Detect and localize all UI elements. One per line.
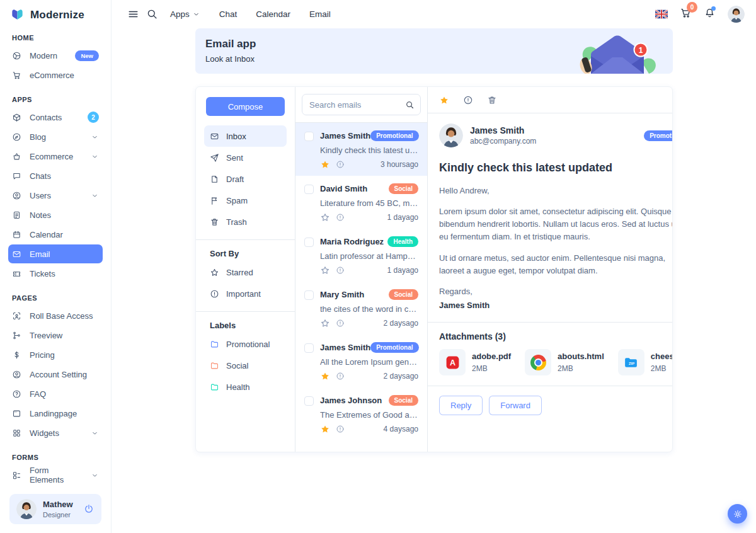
section-forms: FORMS — [0, 454, 111, 461]
label-health[interactable]: Health — [204, 376, 287, 398]
important-icon[interactable] — [336, 266, 345, 275]
label-promotional[interactable]: Promotional — [204, 333, 287, 355]
label-badge: Promotional — [370, 130, 418, 141]
sidebar-item-calendar[interactable]: Calendar — [8, 225, 103, 244]
cart-button[interactable]: 0 — [680, 7, 692, 21]
email-list-item[interactable]: David Smith Social Literature from 45 BC… — [295, 176, 427, 229]
folder-spam[interactable]: Spam — [204, 190, 287, 211]
labels-heading: Labels — [206, 321, 285, 330]
folder-draft[interactable]: Draft — [204, 168, 287, 190]
email-list-item[interactable]: Maria Rodriguez Health Latin professor a… — [295, 229, 427, 282]
search-icon — [405, 100, 415, 110]
email-checkbox[interactable] — [304, 238, 314, 247]
attachment-html[interactable]: abouts.html 2MB — [525, 349, 604, 375]
star-icon[interactable] — [320, 159, 330, 169]
chevron-down-icon — [91, 133, 99, 141]
important-icon[interactable] — [336, 372, 345, 381]
nav-chat[interactable]: Chat — [219, 9, 238, 19]
sidebar-item-modern[interactable]: Modern New — [8, 46, 103, 65]
sidebar-item-notes[interactable]: Notes — [8, 205, 103, 224]
logo[interactable]: Modernize — [0, 0, 111, 23]
compose-button[interactable]: Compose — [206, 97, 285, 116]
important-icon[interactable] — [336, 213, 345, 222]
forward-button[interactable]: Forward — [489, 396, 542, 415]
user-role: Designer — [43, 511, 73, 519]
profile-avatar-button[interactable] — [728, 6, 745, 23]
star-icon[interactable] — [320, 424, 330, 434]
email-list-item[interactable]: James Smith Promotional All the Lorem Ip… — [295, 335, 427, 387]
folder-trash[interactable]: Trash — [204, 211, 287, 232]
sidebar-item-ecommerce-home[interactable]: eCommerce — [8, 66, 103, 84]
grid-icon — [12, 428, 21, 438]
sidebar-item-ecommerce[interactable]: Ecommerce — [8, 147, 103, 166]
trash-icon[interactable] — [487, 95, 497, 105]
sidebar-item-treeview[interactable]: Treeview — [8, 326, 103, 345]
email-checkbox[interactable] — [304, 290, 314, 300]
sidebar-item-users[interactable]: Users — [8, 186, 103, 205]
attachment-pdf[interactable]: A adobe.pdf 2MB — [439, 349, 511, 375]
cart-icon — [12, 71, 21, 80]
logo-icon — [9, 7, 25, 23]
sidebar-item-tickets[interactable]: Tickets — [8, 264, 103, 283]
attachment-zip[interactable]: ZIP cheese.zip 2MB — [618, 349, 673, 375]
email-list-item[interactable]: James Smith Promotional Kindly check thi… — [295, 123, 427, 176]
star-icon[interactable] — [439, 95, 449, 105]
mail-icon — [12, 249, 21, 259]
filter-starred[interactable]: Starred — [204, 261, 287, 283]
reply-button[interactable]: Reply — [439, 396, 483, 415]
nav-calendar[interactable]: Calendar — [256, 9, 290, 19]
sidebar-item-email[interactable]: Email — [8, 244, 103, 263]
user-circle-icon — [12, 191, 21, 200]
sidebar-item-contacts[interactable]: Contacts 2 — [8, 108, 103, 127]
settings-fab[interactable] — [728, 504, 747, 524]
important-icon[interactable] — [463, 95, 473, 105]
important-icon[interactable] — [336, 160, 345, 169]
notifications-button[interactable] — [704, 7, 716, 21]
sidebar-item-blog[interactable]: Blog — [8, 127, 103, 146]
sidebar-user-card[interactable]: Mathew Designer — [9, 494, 101, 524]
cart-badge: 0 — [687, 2, 697, 13]
sort-by-heading: Sort By — [206, 249, 285, 258]
logout-power-icon[interactable] — [83, 503, 94, 515]
nav-email[interactable]: Email — [309, 9, 331, 19]
menu-button[interactable] — [123, 4, 142, 23]
email-checkbox[interactable] — [304, 132, 314, 141]
sidebar-item-pricing[interactable]: Pricing — [8, 345, 103, 364]
star-icon[interactable] — [320, 318, 330, 328]
folder-inbox[interactable]: Inbox — [204, 125, 287, 147]
important-icon[interactable] — [336, 319, 345, 328]
email-greeting: Hello Andrew, — [439, 185, 673, 197]
sidebar-item-faq[interactable]: FAQ — [8, 384, 103, 403]
email-list-item[interactable]: James Johnson Social The Extremes of Goo… — [295, 387, 427, 440]
alert-circle-icon — [210, 289, 219, 299]
avatar — [16, 499, 37, 519]
notification-dot — [711, 6, 716, 11]
detail-toolbar — [428, 87, 673, 113]
email-subject: Kindly check this latest updated — [439, 161, 673, 175]
star-icon[interactable] — [320, 212, 330, 222]
email-list-item[interactable]: Mary Smith Social the cites of the word … — [295, 282, 427, 335]
sidebar-item-landingpage[interactable]: Landingpage — [8, 404, 103, 423]
star-icon — [210, 268, 219, 277]
label-social[interactable]: Social — [204, 355, 287, 376]
folder-icon — [210, 340, 219, 349]
sidebar-item-form-elements[interactable]: Form Elements — [8, 466, 103, 484]
email-checkbox[interactable] — [304, 185, 314, 194]
filter-important[interactable]: Important — [204, 283, 287, 304]
draft-icon — [210, 175, 219, 184]
email-checkbox[interactable] — [304, 396, 314, 406]
sidebar-item-widgets[interactable]: Widgets — [8, 423, 103, 442]
sidebar-item-roll-base-access[interactable]: Roll Base Access — [8, 306, 103, 325]
language-flag-button[interactable] — [655, 9, 668, 19]
folder-sent[interactable]: Sent — [204, 147, 287, 168]
nav-apps[interactable]: Apps — [170, 9, 200, 19]
search-input[interactable] — [302, 94, 421, 115]
star-icon[interactable] — [320, 371, 330, 381]
star-icon[interactable] — [320, 265, 330, 275]
sidebar-nav: HOME Modern New eCommerce APPS Contacts … — [0, 34, 111, 484]
sidebar-item-account-setting[interactable]: Account Setting — [8, 365, 103, 384]
search-button[interactable] — [142, 4, 161, 23]
important-icon[interactable] — [336, 425, 345, 433]
email-checkbox[interactable] — [304, 343, 314, 353]
sidebar-item-chats[interactable]: Chats — [8, 166, 103, 185]
